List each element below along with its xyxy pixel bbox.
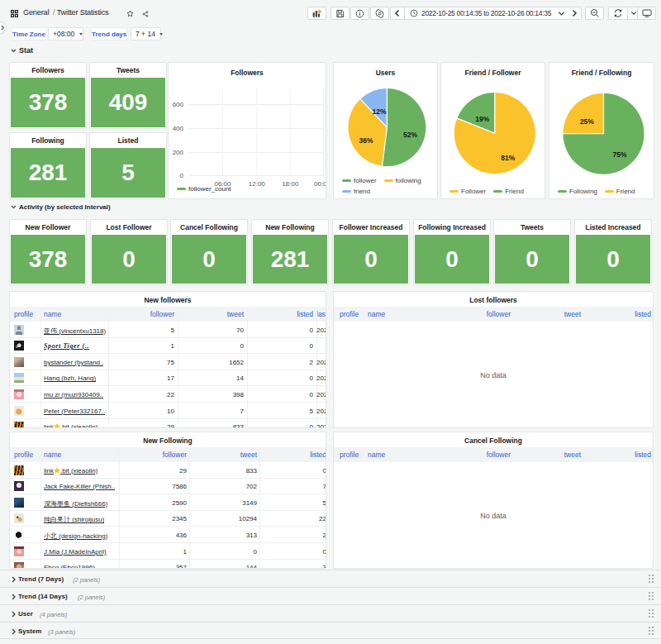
svg-text:75%: 75% (612, 150, 626, 159)
svg-text:81%: 81% (501, 154, 515, 162)
svg-text:12:00: 12:00 (249, 180, 266, 188)
svg-text:18:00: 18:00 (282, 180, 299, 188)
svg-text:52%: 52% (403, 131, 417, 139)
svg-text:600: 600 (173, 101, 184, 108)
svg-text:0: 0 (180, 172, 184, 179)
svg-text:12%: 12% (372, 107, 386, 116)
svg-text:400: 400 (173, 125, 184, 132)
svg-text:36%: 36% (359, 136, 373, 145)
svg-text:19%: 19% (475, 115, 489, 123)
svg-text:00:00: 00:00 (314, 180, 326, 188)
svg-text:200: 200 (173, 149, 184, 156)
svg-text:25%: 25% (580, 117, 594, 126)
